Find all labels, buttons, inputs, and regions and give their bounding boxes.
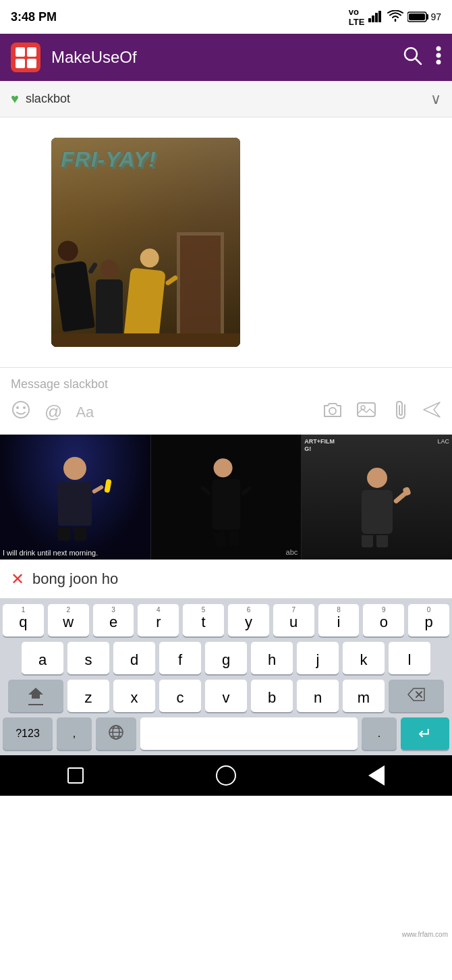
search-icon[interactable] [402, 45, 422, 70]
key-i[interactable]: 8 i [318, 604, 360, 636]
lte-icon: voLTE [349, 7, 365, 27]
key-o[interactable]: 9 o [363, 604, 404, 636]
message-input-area[interactable]: Message slackbot @ Aa [0, 367, 452, 435]
svg-rect-2 [375, 13, 378, 22]
search-query-text: bong joon ho [32, 570, 118, 588]
app-bar: MakeUseOf [0, 34, 452, 81]
numeric-label: ?123 [16, 728, 40, 740]
nav-square-button[interactable] [59, 762, 92, 789]
keyboard: 1 q 2 w 3 e 4 r 5 t 6 y 7 u 8 i [0, 599, 452, 755]
svg-rect-6 [409, 13, 425, 20]
key-b[interactable]: b [251, 680, 293, 712]
nav-back-button[interactable] [360, 762, 393, 789]
app-title: MakeUseOf [51, 48, 391, 67]
gif-result-3[interactable]: ART+FILMG! LAC [302, 435, 452, 560]
text-format-icon[interactable]: Aa [76, 404, 94, 421]
key-a[interactable]: a [22, 642, 63, 674]
heart-icon: ♥ [11, 91, 19, 107]
key-m[interactable]: m [343, 680, 385, 712]
key-e[interactable]: 3 e [93, 604, 134, 636]
comma-label: , [73, 728, 76, 740]
dot-label: . [378, 728, 380, 740]
toolbar-right [322, 400, 441, 425]
key-y[interactable]: 6 y [228, 604, 269, 636]
key-r[interactable]: 4 r [138, 604, 179, 636]
gif-result-1[interactable]: I will drink until next morning. [0, 435, 150, 560]
message-toolbar: @ Aa [11, 400, 441, 425]
key-j[interactable]: j [297, 642, 339, 674]
svg-line-8 [416, 59, 421, 64]
key-n[interactable]: n [297, 680, 339, 712]
app-logo [11, 43, 40, 72]
key-q[interactable]: 1 q [3, 604, 44, 636]
enter-label: ↵ [418, 724, 432, 743]
comma-key[interactable]: , [57, 717, 92, 750]
numeric-key[interactable]: ?123 [3, 717, 53, 750]
square-icon [67, 767, 84, 784]
circle-icon [216, 765, 236, 786]
nav-bar [0, 755, 452, 796]
keyboard-bottom-row: ?123 , . ↵ [3, 717, 449, 750]
svg-point-14 [23, 406, 26, 409]
backspace-key[interactable] [389, 680, 444, 712]
key-f[interactable]: f [159, 642, 201, 674]
key-w[interactable]: 2 w [48, 604, 89, 636]
image-icon[interactable] [356, 400, 376, 424]
key-l[interactable]: l [389, 642, 430, 674]
svg-rect-5 [426, 14, 428, 20]
key-z[interactable]: z [67, 680, 109, 712]
keyboard-row-2: a s d f g h j k l [3, 642, 449, 674]
mention-icon[interactable]: @ [45, 402, 62, 423]
keyboard-row-3: z x c v b n m [3, 680, 449, 712]
globe-icon [107, 724, 125, 744]
enter-key[interactable]: ↵ [401, 717, 449, 750]
message-placeholder[interactable]: Message slackbot [11, 377, 441, 391]
key-d[interactable]: d [113, 642, 155, 674]
emoji-icon[interactable] [11, 400, 31, 425]
gif-result-2[interactable]: abc [150, 435, 302, 560]
globe-key[interactable] [96, 717, 136, 750]
battery-level: 97 [430, 11, 441, 22]
key-p[interactable]: 0 p [408, 604, 449, 636]
nav-home-button[interactable] [209, 762, 243, 789]
camera-icon[interactable] [322, 400, 343, 424]
svg-point-12 [13, 402, 29, 418]
backspace-icon [407, 687, 426, 705]
key-t[interactable]: 5 t [183, 604, 224, 636]
chat-gif-image: FRI-YAY! [51, 138, 240, 347]
channel-name: slackbot [26, 92, 430, 106]
close-icon[interactable]: ✕ [11, 570, 24, 589]
key-v[interactable]: v [205, 680, 247, 712]
toolbar-left: @ Aa [11, 400, 94, 425]
key-h[interactable]: h [251, 642, 293, 674]
svg-rect-0 [368, 18, 371, 22]
svg-rect-3 [378, 11, 381, 22]
battery-icon: 97 [407, 11, 441, 23]
chevron-down-icon: ∨ [430, 90, 441, 108]
svg-rect-16 [358, 403, 375, 416]
svg-marker-19 [28, 688, 43, 699]
key-k[interactable]: k [343, 642, 385, 674]
attachment-icon[interactable] [390, 400, 409, 425]
key-g[interactable]: g [205, 642, 247, 674]
key-s[interactable]: s [67, 642, 109, 674]
search-query-bar: ✕ bong joon ho [0, 560, 452, 599]
gif3-overlay-text: ART+FILMG! [304, 438, 335, 453]
gif3-label-right: LAC [438, 438, 450, 445]
gif-results: I will drink until next morning. abc ART… [0, 435, 452, 560]
dot-key[interactable]: . [362, 717, 397, 750]
app-bar-actions [402, 45, 441, 70]
key-x[interactable]: x [113, 680, 155, 712]
svg-point-15 [329, 408, 336, 414]
send-icon[interactable] [422, 401, 441, 423]
watermark: www.frfam.com [402, 931, 448, 938]
status-bar: 3:48 PM voLTE 97 [0, 0, 452, 34]
key-u[interactable]: 7 u [273, 604, 314, 636]
more-icon[interactable] [436, 46, 441, 70]
shift-arrow-icon [28, 686, 43, 701]
channel-header[interactable]: ♥ slackbot ∨ [0, 81, 452, 117]
space-key[interactable] [140, 717, 358, 750]
key-c[interactable]: c [159, 680, 201, 712]
svg-point-13 [16, 406, 19, 409]
shift-key[interactable] [8, 680, 63, 712]
